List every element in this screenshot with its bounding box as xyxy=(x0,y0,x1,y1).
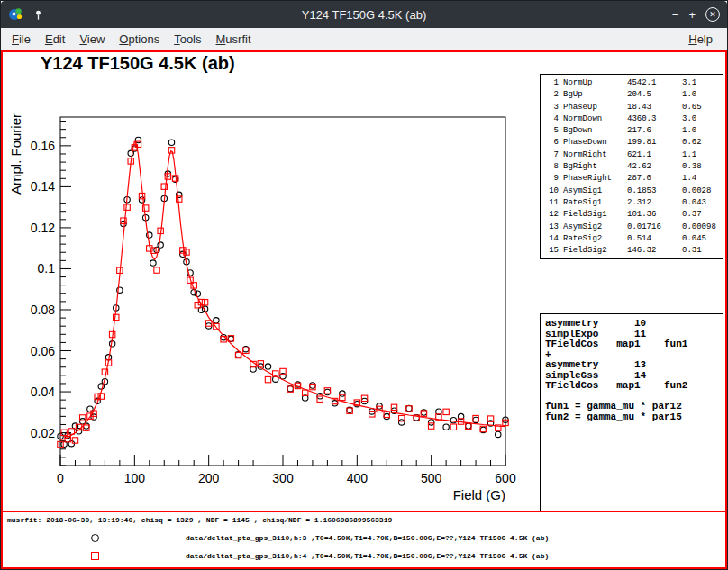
svg-text:100: 100 xyxy=(124,471,146,485)
svg-text:0.14: 0.14 xyxy=(31,179,55,194)
param-row: 9PhaseRight287.01.4 xyxy=(544,173,723,185)
param-row: 5BgDown217.61.0 xyxy=(544,125,723,137)
param-row: 15FieldSig2146.320.31 xyxy=(544,245,723,257)
app-window: Y124 TF150G 4.5K (ab) − + ✕ File Edit Vi… xyxy=(0,0,728,570)
param-row: 8BgRight42.620.38 xyxy=(544,161,723,173)
param-row: 6PhaseDown199.810.62 xyxy=(544,137,723,149)
svg-text:200: 200 xyxy=(198,471,220,485)
menu-help[interactable]: Help xyxy=(681,31,720,48)
svg-text:0.06: 0.06 xyxy=(31,344,55,358)
menu-options[interactable]: Options xyxy=(112,31,167,48)
menu-tools[interactable]: Tools xyxy=(167,31,208,48)
svg-text:0.04: 0.04 xyxy=(31,385,55,399)
close-button[interactable]: ✕ xyxy=(705,7,720,22)
window-title: Y124 TF150G 4.5K (ab) xyxy=(1,8,727,22)
svg-text:0.1: 0.1 xyxy=(38,261,56,276)
svg-text:0.08: 0.08 xyxy=(31,303,55,317)
svg-text:0: 0 xyxy=(57,471,64,485)
menu-edit[interactable]: Edit xyxy=(38,31,72,48)
param-row: 2BgUp204.51.0 xyxy=(544,89,723,101)
svg-text:Ampl. Fourier: Ampl. Fourier xyxy=(8,113,23,195)
theory-box[interactable]: asymmetry 10 simplExpo 11 TFieldCos map1… xyxy=(540,313,723,515)
param-row: 7NormRight621.11.1 xyxy=(544,149,723,161)
svg-text:500: 500 xyxy=(421,471,442,485)
info-strip[interactable]: musrfit: 2018-06-30, 13:19:40, chisq = 1… xyxy=(3,511,725,567)
window-controls: − + ✕ xyxy=(672,7,720,22)
fourier-plot[interactable]: 01002003004005006000.020.040.060.080.10.… xyxy=(3,52,538,513)
svg-text:0.16: 0.16 xyxy=(31,139,55,153)
param-row: 10AsymSig10.18530.0028 xyxy=(544,185,723,197)
param-row: 3PhaseUp18.430.65 xyxy=(544,102,723,113)
titlebar[interactable]: Y124 TF150G 4.5K (ab) − + ✕ xyxy=(1,1,727,28)
param-row: 12FieldSig1101.360.37 xyxy=(544,209,723,221)
fit-info: musrfit: 2018-06-30, 13:19:40, chisq = 1… xyxy=(7,516,392,524)
menu-musrfit[interactable]: Musrfit xyxy=(209,31,259,48)
svg-text:300: 300 xyxy=(272,471,294,485)
legend-marker-square-icon xyxy=(91,552,99,560)
param-row: 13AsymSig20.017160.00098 xyxy=(544,222,723,233)
maximize-button[interactable]: + xyxy=(688,9,696,21)
svg-text:400: 400 xyxy=(347,471,369,485)
svg-text:0.02: 0.02 xyxy=(31,426,55,440)
param-row: 4NormDown4360.33.0 xyxy=(544,113,723,125)
param-row: 14RateSig20.5140.045 xyxy=(544,233,723,245)
minimize-button[interactable]: − xyxy=(672,9,679,21)
legend-marker-circle-icon xyxy=(91,534,99,542)
legend-row-h4: data/deltat_pta_gps_3110,h:4 ,T0=4.50K,T… xyxy=(91,552,549,560)
legend-label-h3: data/deltat_pta_gps_3110,h:3 ,T0=4.50K,T… xyxy=(186,534,549,542)
svg-text:Field (G): Field (G) xyxy=(453,487,505,502)
svg-text:600: 600 xyxy=(495,471,516,485)
param-box[interactable]: 1NormUp4542.13.12BgUp204.51.03PhaseUp18.… xyxy=(540,74,723,259)
root-canvas[interactable]: Y124 TF150G 4.5K (ab) 010020030040050060… xyxy=(1,50,727,569)
param-row: 11RateSig12.3120.043 xyxy=(544,197,723,209)
menu-file[interactable]: File xyxy=(5,31,38,48)
svg-text:0.12: 0.12 xyxy=(31,221,55,235)
legend-label-h4: data/deltat_pta_gps_3110,h:4 ,T0=4.50K,T… xyxy=(186,552,549,560)
app-icon[interactable] xyxy=(8,6,24,23)
pin-icon[interactable] xyxy=(30,6,46,23)
legend-row-h3: data/deltat_pta_gps_3110,h:3 ,T0=4.50K,T… xyxy=(91,534,549,542)
param-row: 1NormUp4542.13.1 xyxy=(544,77,723,89)
menu-view[interactable]: View xyxy=(72,31,112,48)
menubar: File Edit View Options Tools Musrfit Hel… xyxy=(1,28,727,50)
